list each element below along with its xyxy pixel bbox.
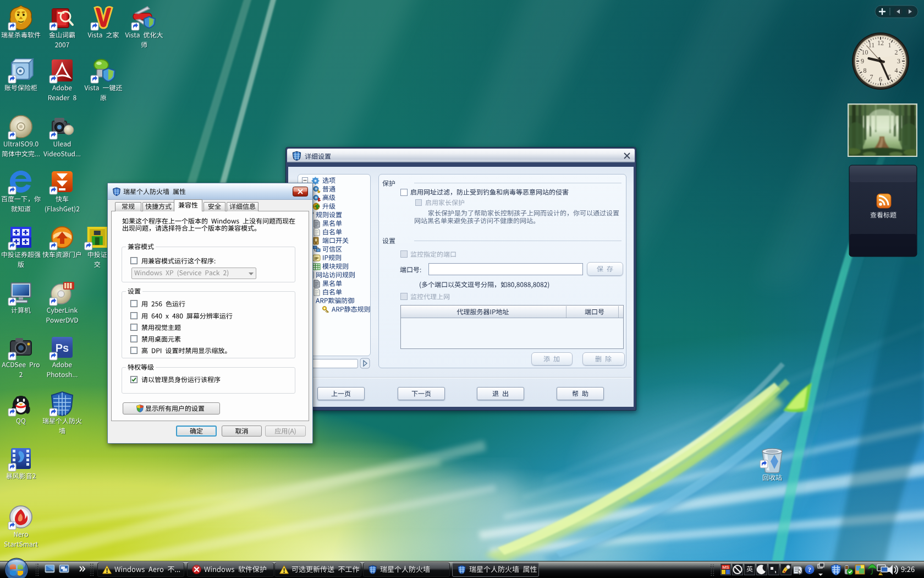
svg-text:MS: MS: [723, 565, 729, 570]
svg-text:?: ?: [808, 566, 811, 574]
svg-text:3: 3: [897, 57, 900, 65]
svg-text:8: 8: [863, 67, 866, 74]
svg-text:7: 7: [870, 73, 873, 81]
svg-text:Ps: Ps: [56, 342, 69, 354]
svg-text:9: 9: [861, 57, 864, 65]
svg-text:4: 4: [895, 67, 898, 74]
svg-text:6: 6: [879, 75, 882, 83]
svg-text:IP: IP: [315, 256, 319, 261]
